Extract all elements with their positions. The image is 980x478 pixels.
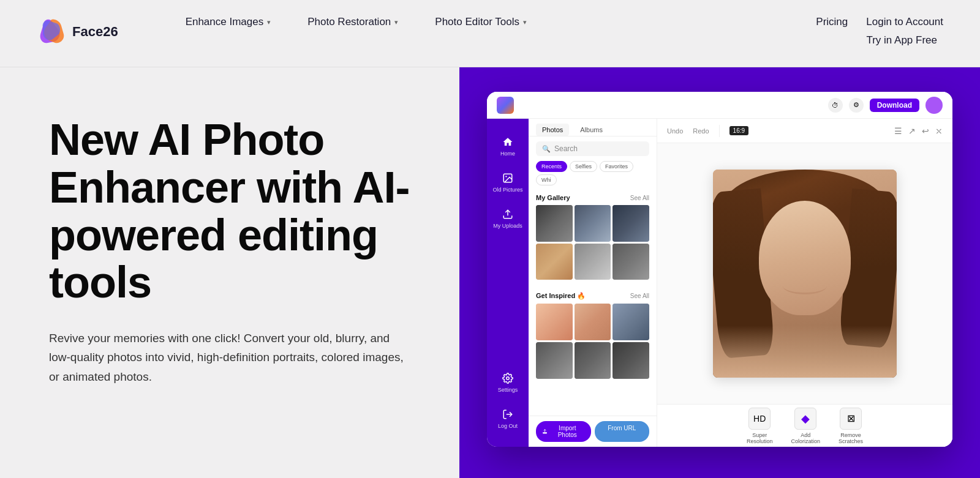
sidebar-item-old-pictures[interactable]: Old Pictures bbox=[487, 165, 529, 201]
tool-remove-scratches[interactable]: ⊠ RemoveScratches bbox=[839, 408, 863, 444]
my-uploads-icon bbox=[502, 208, 514, 220]
sidebar-item-logout[interactable]: Log Out bbox=[487, 401, 529, 437]
sidebar-item-my-uploads[interactable]: My Uploads bbox=[487, 201, 529, 237]
hero-section: New AI Photo Enhancer with AI-powered ed… bbox=[0, 67, 459, 478]
filter-recents[interactable]: Recents bbox=[536, 161, 567, 172]
main-content: New AI Photo Enhancer with AI-powered ed… bbox=[0, 67, 980, 478]
filter-tags: Recents Selfies Favorites Whi bbox=[529, 161, 657, 190]
toolbar-icon-1[interactable]: ☰ bbox=[894, 126, 902, 136]
sidebar-home-label: Home bbox=[500, 151, 515, 157]
editor-area: Undo Redo 16:9 ☰ ↗ ↩ ⤬ bbox=[657, 119, 952, 447]
inspired-thumb-5[interactable] bbox=[575, 342, 611, 379]
aspect-ratio-badge[interactable]: 16:9 bbox=[729, 126, 748, 135]
gallery-thumb-4[interactable] bbox=[536, 244, 573, 280]
toolbar-icon-2[interactable]: ↗ bbox=[908, 126, 916, 136]
filter-whi[interactable]: Whi bbox=[536, 174, 557, 185]
gallery-thumb-1[interactable] bbox=[536, 205, 573, 242]
photo-editor-tools-label: Photo Editor Tools bbox=[435, 16, 519, 28]
toolbar-icon-4[interactable]: ⤬ bbox=[935, 126, 943, 136]
shirt-area bbox=[713, 326, 897, 378]
sidebar-settings-icon bbox=[502, 372, 514, 384]
sidebar-my-uploads-label: My Uploads bbox=[493, 223, 522, 230]
sidebar-old-pictures-label: Old Pictures bbox=[492, 187, 522, 193]
photo-restoration-chevron-icon: ▾ bbox=[394, 18, 398, 26]
nav-bottom: Try in App Free bbox=[167, 34, 943, 53]
super-resolution-icon: HD bbox=[748, 408, 771, 430]
login-link[interactable]: Login to Account bbox=[866, 16, 943, 28]
brand-name: Face26 bbox=[72, 24, 118, 40]
filter-selfies[interactable]: Selfies bbox=[570, 161, 597, 172]
old-pictures-icon bbox=[502, 172, 514, 184]
pricing-link[interactable]: Pricing bbox=[810, 10, 854, 34]
nav-right: Pricing Login to Account bbox=[810, 10, 943, 34]
enhance-images-label: Enhance Images bbox=[186, 16, 264, 28]
inspired-title: Get Inspired 🔥 bbox=[536, 292, 586, 300]
nav-area: Enhance Images ▾ Photo Restoration ▾ Pho… bbox=[167, 0, 943, 53]
main-nav: Enhance Images ▾ Photo Restoration ▾ Pho… bbox=[167, 10, 545, 34]
sidebar-logout-label: Log Out bbox=[498, 423, 518, 430]
editor-toolbar: Undo Redo 16:9 ☰ ↗ ↩ ⤬ bbox=[657, 119, 952, 143]
nav-top: Enhance Images ▾ Photo Restoration ▾ Pho… bbox=[167, 0, 943, 34]
app-topbar: ⏱ ⚙ Download bbox=[487, 92, 952, 119]
svg-point-1 bbox=[505, 176, 507, 177]
search-placeholder-text: Search bbox=[554, 144, 578, 153]
inspired-thumb-2[interactable] bbox=[575, 304, 611, 340]
hero-app-preview: ⏱ ⚙ Download Home bbox=[459, 67, 980, 478]
gallery-title: My Gallery bbox=[536, 194, 570, 201]
toolbar-icon-3[interactable]: ↩ bbox=[922, 126, 929, 136]
gallery-thumb-6[interactable] bbox=[612, 244, 649, 280]
import-photos-button[interactable]: Import Photos bbox=[536, 421, 591, 442]
try-app-button[interactable]: Try in App Free bbox=[866, 34, 943, 47]
editor-tools-bottom: HD SuperResolution ◆ AddColorization ⊠ R… bbox=[657, 404, 952, 447]
undo-label[interactable]: Undo bbox=[667, 127, 683, 135]
sidebar-item-home[interactable]: Home bbox=[487, 129, 529, 165]
gallery-thumb-2[interactable] bbox=[575, 205, 611, 242]
home-icon bbox=[502, 136, 514, 148]
inspired-section: Get Inspired 🔥 See All bbox=[529, 288, 657, 387]
my-gallery-section: My Gallery See All bbox=[529, 190, 657, 288]
gallery-see-all[interactable]: See All bbox=[630, 195, 649, 201]
smile bbox=[783, 278, 827, 294]
inspired-thumb-1[interactable] bbox=[536, 304, 573, 340]
gallery-thumb-5[interactable] bbox=[575, 244, 611, 280]
remove-scratches-label: RemoveScratches bbox=[839, 432, 863, 444]
search-icon: 🔍 bbox=[542, 145, 551, 153]
tool-super-resolution[interactable]: HD SuperResolution bbox=[747, 408, 773, 444]
from-url-button[interactable]: From URL bbox=[595, 421, 650, 442]
app-logo-small bbox=[497, 97, 514, 114]
nav-item-photo-editor-tools[interactable]: Photo Editor Tools ▾ bbox=[417, 10, 545, 34]
user-avatar bbox=[925, 97, 943, 114]
photos-tab[interactable]: Photos bbox=[536, 124, 569, 136]
gallery-thumb-3[interactable] bbox=[612, 205, 649, 242]
logo-area: Face26 bbox=[37, 0, 118, 47]
gallery-header: My Gallery See All bbox=[536, 194, 649, 201]
header: Face26 Enhance Images ▾ Photo Restoratio… bbox=[0, 0, 980, 67]
photo-tabs: Photos Albums bbox=[529, 119, 657, 136]
editor-canvas bbox=[657, 143, 952, 404]
enhance-images-chevron-icon: ▾ bbox=[267, 18, 271, 26]
nav-item-enhance-images[interactable]: Enhance Images ▾ bbox=[167, 10, 290, 34]
inspired-thumb-6[interactable] bbox=[612, 342, 649, 379]
search-bar: 🔍 Search bbox=[536, 141, 649, 156]
filter-favorites[interactable]: Favorites bbox=[600, 161, 633, 172]
inspired-grid bbox=[536, 304, 649, 378]
app-topbar-icons: ⏱ ⚙ Download bbox=[828, 97, 943, 114]
nav-item-photo-restoration[interactable]: Photo Restoration ▾ bbox=[289, 10, 417, 34]
super-resolution-label: SuperResolution bbox=[747, 432, 773, 444]
portrait-image bbox=[713, 170, 897, 378]
tool-add-colorization[interactable]: ◆ AddColorization bbox=[791, 408, 820, 444]
face26-logo-icon bbox=[37, 17, 66, 47]
import-photos-label: Import Photos bbox=[550, 425, 584, 438]
download-button[interactable]: Download bbox=[870, 99, 919, 112]
sidebar-item-settings[interactable]: Settings bbox=[487, 365, 529, 401]
colorization-icon: ◆ bbox=[794, 408, 816, 430]
redo-label[interactable]: Redo bbox=[693, 127, 709, 135]
inspired-thumb-3[interactable] bbox=[612, 304, 649, 340]
inspired-see-all[interactable]: See All bbox=[630, 293, 649, 299]
clock-icon: ⏱ bbox=[828, 98, 843, 113]
inspired-header: Get Inspired 🔥 See All bbox=[536, 292, 649, 300]
albums-tab[interactable]: Albums bbox=[574, 124, 609, 136]
gallery-grid bbox=[536, 205, 649, 280]
inspired-thumb-4[interactable] bbox=[536, 342, 573, 379]
sidebar-settings-label: Settings bbox=[498, 387, 518, 394]
